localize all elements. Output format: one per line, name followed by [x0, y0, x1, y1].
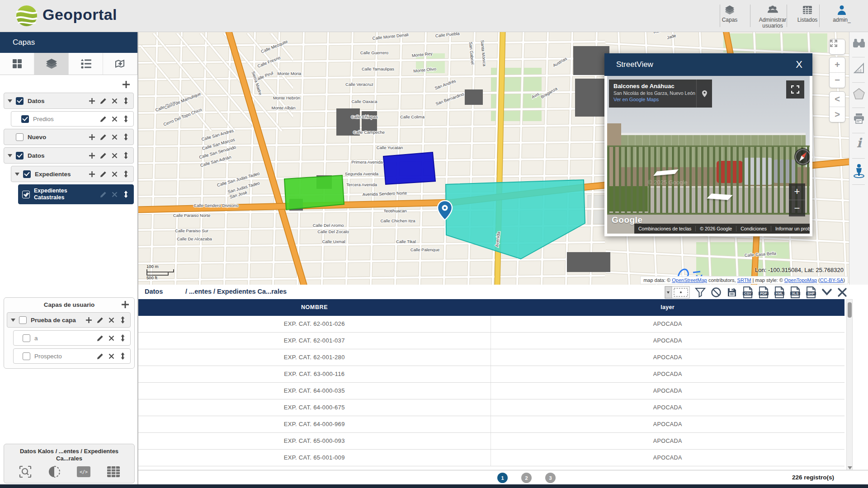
- edit-icon[interactable]: [96, 334, 104, 342]
- edit-icon[interactable]: [99, 97, 107, 105]
- sv-zoom-in-button[interactable]: +: [789, 183, 805, 200]
- measure-icon[interactable]: [853, 62, 865, 74]
- delete-icon[interactable]: [110, 170, 118, 178]
- close-icon[interactable]: X: [793, 58, 805, 71]
- zoom-to-layer-icon[interactable]: [19, 465, 32, 479]
- next-extent-button[interactable]: >: [830, 107, 845, 122]
- streetview-fullscreen-icon[interactable]: [786, 80, 804, 99]
- filter-icon[interactable]: [695, 287, 706, 298]
- table-row[interactable]: EXP. CAT. 64-000-035APOCADA: [138, 383, 844, 399]
- search-binoculars-icon[interactable]: [853, 38, 865, 49]
- tab-layers[interactable]: [34, 53, 69, 75]
- export-shp-icon[interactable]: SHP: [806, 286, 816, 298]
- attribution-link[interactable]: SRTM: [737, 277, 751, 283]
- zoom-in-button[interactable]: +: [830, 57, 845, 72]
- fullscreen-control[interactable]: [829, 39, 845, 55]
- clear-filter-icon[interactable]: [711, 287, 722, 298]
- column-header-nombre[interactable]: NOMBRE: [138, 299, 491, 316]
- add-icon[interactable]: [88, 170, 96, 178]
- table-row[interactable]: EXP. CAT. 65-000-093APOCADA: [138, 433, 844, 450]
- user-layer-item-prospecto[interactable]: Prospecto: [13, 348, 131, 364]
- google-maps-link[interactable]: Ver en Google Maps: [613, 97, 696, 102]
- collapse-triangle-icon[interactable]: [8, 154, 12, 157]
- layer-group-datos-2[interactable]: Datos: [4, 147, 134, 164]
- checkbox-prospecto[interactable]: [23, 352, 30, 360]
- delete-icon[interactable]: [110, 151, 118, 160]
- edit-icon[interactable]: [99, 133, 107, 141]
- info-icon[interactable]: i: [854, 136, 863, 150]
- reorder-icon[interactable]: [118, 316, 127, 324]
- scrollbar-down-arrow[interactable]: [848, 466, 852, 469]
- tab-legend-list[interactable]: [69, 53, 103, 75]
- reorder-icon[interactable]: [122, 115, 130, 123]
- reorder-icon[interactable]: [118, 352, 127, 360]
- page-button-1[interactable]: 1: [497, 473, 508, 483]
- edit-icon[interactable]: [99, 151, 107, 160]
- add-icon[interactable]: [88, 151, 96, 160]
- checkbox-expedientes-catastrales[interactable]: [22, 191, 30, 198]
- reorder-icon[interactable]: [122, 97, 130, 105]
- menu-capas[interactable]: Capas: [711, 4, 749, 23]
- delete-icon[interactable]: [110, 133, 118, 141]
- streetview-bottom-item[interactable]: © 2026 Google: [696, 226, 736, 231]
- layer-group-nuevo[interactable]: Nuevo: [4, 129, 134, 145]
- edit-icon[interactable]: [99, 170, 107, 178]
- contrast-icon[interactable]: [48, 465, 61, 479]
- streetview-bottom-item[interactable]: Condiciones: [736, 226, 771, 231]
- layer-group-expedientes[interactable]: Expedientes: [11, 166, 134, 182]
- delete-icon[interactable]: [107, 352, 115, 360]
- menu-administrar-usuarios[interactable]: Administrar usuarios: [751, 4, 794, 29]
- reorder-icon[interactable]: [122, 170, 130, 178]
- page-button-3[interactable]: 3: [545, 473, 556, 483]
- layer-item-predios[interactable]: Predios: [11, 111, 134, 127]
- streetview-bottom-item[interactable]: Informar un problema: [771, 226, 810, 231]
- export-pdf-icon[interactable]: PDF: [758, 286, 769, 298]
- attribute-table-icon[interactable]: [107, 465, 120, 479]
- add-icon[interactable]: [88, 97, 96, 105]
- user-layer-group-prueba[interactable]: Prueba de capa: [7, 312, 131, 328]
- selection-mode-control[interactable]: [665, 286, 690, 299]
- reorder-icon[interactable]: [122, 133, 130, 141]
- edit-icon[interactable]: [96, 316, 104, 324]
- add-icon[interactable]: [88, 133, 96, 141]
- reorder-icon[interactable]: [122, 151, 130, 160]
- close-table-icon[interactable]: [837, 287, 847, 297]
- edit-icon[interactable]: [96, 352, 104, 360]
- checkbox-prueba-de-capa[interactable]: [19, 316, 27, 324]
- attribution-link[interactable]: OpenTopoMap: [784, 277, 817, 283]
- delete-icon[interactable]: [110, 97, 118, 105]
- export-csv-icon[interactable]: CSV: [742, 286, 753, 298]
- compass-control[interactable]: [794, 148, 810, 165]
- checkbox-expedientes[interactable]: [23, 170, 31, 178]
- print-icon[interactable]: [853, 113, 865, 124]
- delete-icon[interactable]: [110, 190, 118, 198]
- export-xls-icon[interactable]: XLS: [790, 286, 801, 298]
- streetview-pegman-icon[interactable]: [853, 164, 865, 178]
- checkbox-predios[interactable]: [21, 115, 29, 123]
- draw-polygon-icon[interactable]: [853, 88, 865, 100]
- checkbox-nuevo[interactable]: [16, 133, 24, 141]
- prev-extent-button[interactable]: <: [830, 92, 845, 107]
- delete-icon[interactable]: [110, 115, 118, 123]
- add-icon[interactable]: [85, 316, 93, 324]
- collapse-triangle-icon[interactable]: [11, 319, 15, 322]
- add-user-layer-button[interactable]: [121, 300, 130, 309]
- zoom-out-button[interactable]: −: [830, 73, 845, 88]
- reorder-icon[interactable]: [122, 190, 130, 198]
- checkbox-a[interactable]: [23, 334, 30, 342]
- table-row[interactable]: EXP. CAT. 62-001-026APOCADA: [138, 316, 844, 333]
- edit-icon[interactable]: [99, 190, 107, 198]
- table-row[interactable]: EXP. CAT. 64-000-969APOCADA: [138, 416, 844, 433]
- table-row[interactable]: EXP. CAT. 64-000-675APOCADA: [138, 399, 844, 416]
- code-view-icon[interactable]: </>: [76, 465, 91, 479]
- table-row[interactable]: EXP. CAT. 63-000-116APOCADA: [138, 366, 844, 383]
- table-row[interactable]: EXP. CAT. 65-001-009APOCADA: [138, 450, 844, 466]
- attribution-link[interactable]: CC-BY-SA: [820, 277, 844, 283]
- collapse-table-icon[interactable]: [821, 288, 832, 297]
- menu-listados[interactable]: Listados: [790, 4, 825, 23]
- table-scrollbar[interactable]: [846, 299, 853, 471]
- menu-user-admin[interactable]: admin_: [825, 4, 859, 23]
- streetview-bottom-item[interactable]: Combinaciones de teclas: [634, 226, 696, 231]
- attribution-link[interactable]: OpenStreetMap: [672, 277, 707, 283]
- reorder-icon[interactable]: [118, 334, 127, 342]
